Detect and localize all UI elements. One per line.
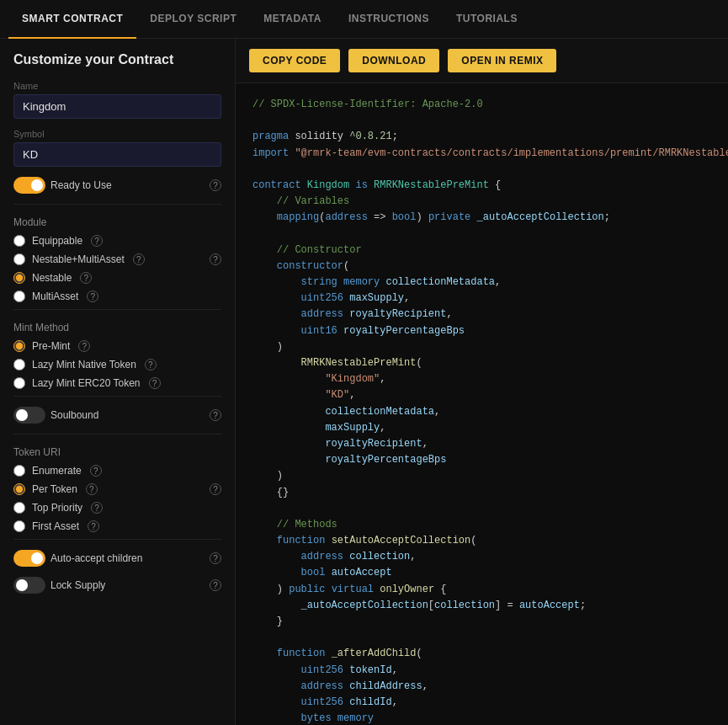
- token-uri-right-help[interactable]: ?: [210, 483, 221, 495]
- code-line: function _afterAddChild(: [252, 646, 711, 662]
- token-uri-top-priority-help[interactable]: ?: [91, 502, 103, 514]
- lock-supply-toggle[interactable]: [13, 577, 45, 594]
- code-line: {}: [252, 485, 711, 501]
- code-line: ): [252, 339, 711, 355]
- token-uri-per-token-radio[interactable]: [13, 483, 25, 495]
- name-input[interactable]: [13, 94, 221, 119]
- mint-pre-mint[interactable]: Pre-Mint ?: [13, 340, 221, 352]
- module-multiasset-radio[interactable]: [13, 291, 25, 302]
- soulbound-row: Soulbound ?: [13, 407, 221, 424]
- token-uri-enumerate[interactable]: Enumerate ?: [13, 465, 221, 477]
- code-line: bytes memory: [252, 711, 711, 725]
- mint-lazy-erc20-help[interactable]: ?: [149, 377, 161, 389]
- mint-premint-help[interactable]: ?: [78, 340, 90, 352]
- sidebar: Customize your Contract Name Symbol Read…: [0, 39, 236, 725]
- ready-to-use-toggle[interactable]: [13, 177, 45, 194]
- soulbound-help[interactable]: ?: [210, 409, 221, 421]
- soulbound-left: Soulbound: [13, 407, 98, 424]
- lock-supply-help[interactable]: ?: [210, 579, 221, 591]
- code-line: maxSupply,: [252, 420, 711, 436]
- soulbound-toggle[interactable]: [13, 407, 45, 424]
- code-editor[interactable]: // SPDX-License-Identifier: Apache-2.0 p…: [236, 83, 728, 725]
- code-line: contract Kingdom is RMRKNestablePreMint …: [252, 178, 711, 194]
- module-multiasset-help[interactable]: ?: [87, 291, 98, 302]
- open-in-remix-button[interactable]: OPEN IN REMIX: [448, 49, 556, 72]
- module-equippable[interactable]: Equippable ?: [13, 235, 221, 247]
- module-nestable-radio[interactable]: [13, 272, 25, 284]
- code-line: bool autoAccept: [252, 565, 711, 581]
- divider-4: [13, 434, 221, 434]
- symbol-input[interactable]: [13, 142, 221, 167]
- symbol-field-group: Symbol: [13, 129, 221, 167]
- token-uri-first-asset[interactable]: First Asset ?: [13, 520, 221, 532]
- nav-deploy-script[interactable]: DEPLOY SCRIPT: [136, 0, 250, 39]
- code-line: royaltyPercentageBps: [252, 452, 711, 468]
- module-nestable-multiasset[interactable]: Nestable+MultiAsset ?: [13, 253, 145, 265]
- token-uri-first-asset-radio[interactable]: [13, 520, 25, 532]
- auto-accept-toggle[interactable]: [13, 550, 45, 567]
- nav-tutorials[interactable]: TUTORIALS: [443, 0, 531, 39]
- ready-to-use-label: Ready to Use: [50, 179, 112, 191]
- name-field-group: Name: [13, 81, 221, 119]
- soulbound-label: Soulbound: [50, 409, 98, 421]
- module-nestable-multiasset-help[interactable]: ?: [133, 253, 145, 265]
- code-line: [252, 227, 711, 243]
- mint-lazy-native-radio[interactable]: [13, 359, 25, 370]
- mint-premint-radio[interactable]: [13, 340, 25, 352]
- lock-supply-label: Lock Supply: [50, 579, 105, 591]
- divider-3: [13, 396, 221, 397]
- module-nestable-multiasset-radio[interactable]: [13, 253, 25, 265]
- copy-code-button[interactable]: COPY CODE: [249, 49, 340, 72]
- token-uri-per-token-help[interactable]: ?: [86, 483, 98, 495]
- module-right-help[interactable]: ?: [210, 253, 221, 265]
- code-line: collectionMetadata,: [252, 404, 711, 420]
- lock-supply-row: Lock Supply ?: [13, 577, 221, 594]
- code-line: pragma solidity ^0.8.21;: [252, 129, 711, 145]
- code-panel: COPY CODE DOWNLOAD OPEN IN REMIX // SPDX…: [236, 39, 728, 725]
- token-uri-per-token[interactable]: Per Token ?: [13, 483, 98, 495]
- module-nestable[interactable]: Nestable ?: [13, 272, 221, 284]
- mint-lazy-native[interactable]: Lazy Mint Native Token ?: [13, 359, 157, 370]
- code-line: RMRKNestablePreMint(: [252, 355, 711, 371]
- mint-lazy-erc20-radio[interactable]: [13, 377, 25, 389]
- module-radio-group: Equippable ? Nestable+MultiAsset ? ? Nes…: [13, 235, 221, 302]
- module-nestable-help[interactable]: ?: [80, 272, 92, 284]
- code-line: address childAddress,: [252, 679, 711, 695]
- nav-smart-contract[interactable]: SMART CONTRACT: [8, 0, 136, 39]
- code-line: uint256 maxSupply,: [252, 291, 711, 307]
- divider-2: [13, 309, 221, 310]
- auto-accept-help[interactable]: ?: [210, 552, 221, 564]
- download-button[interactable]: DOWNLOAD: [348, 49, 439, 72]
- token-uri-first-asset-help[interactable]: ?: [88, 520, 99, 532]
- token-uri-radio-group: Enumerate ? Per Token ? ? Top Priority ?…: [13, 465, 221, 532]
- code-line: // SPDX-License-Identifier: Apache-2.0: [252, 97, 711, 113]
- token-uri-top-priority-radio[interactable]: [13, 502, 25, 514]
- code-line: function setAutoAcceptCollection(: [252, 533, 711, 549]
- code-line: ): [252, 468, 711, 484]
- token-uri-top-priority[interactable]: Top Priority ?: [13, 502, 221, 514]
- ready-to-use-help[interactable]: ?: [210, 179, 221, 191]
- code-line: }: [252, 614, 711, 630]
- code-line: string memory collectionMetadata,: [252, 275, 711, 291]
- nav-instructions[interactable]: INSTRUCTIONS: [335, 0, 443, 39]
- code-toolbar: COPY CODE DOWNLOAD OPEN IN REMIX: [236, 39, 728, 83]
- module-equippable-help[interactable]: ?: [91, 235, 103, 247]
- divider-1: [13, 204, 221, 205]
- code-line: _autoAcceptCollection[collection] = auto…: [252, 598, 711, 614]
- code-line: [252, 630, 711, 646]
- token-uri-enumerate-help[interactable]: ?: [90, 465, 102, 477]
- mint-lazy-native-help[interactable]: ?: [145, 359, 157, 370]
- code-line: ) public virtual onlyOwner {: [252, 582, 711, 598]
- module-multiasset[interactable]: MultiAsset ?: [13, 291, 221, 302]
- mint-method-radio-group: Pre-Mint ? Lazy Mint Native Token ? Lazy…: [13, 340, 221, 389]
- sidebar-title: Customize your Contract: [13, 52, 221, 67]
- ready-to-use-left: Ready to Use: [13, 177, 112, 194]
- code-line: mapping(address => bool) private _autoAc…: [252, 210, 711, 226]
- module-equippable-radio[interactable]: [13, 235, 25, 247]
- mint-lazy-erc20[interactable]: Lazy Mint ERC20 Token ?: [13, 377, 221, 389]
- nav-metadata[interactable]: METADATA: [250, 0, 335, 39]
- code-line: // Methods: [252, 517, 711, 533]
- code-line: constructor(: [252, 259, 711, 275]
- token-uri-enumerate-radio[interactable]: [13, 465, 25, 477]
- mint-method-label: Mint Method: [13, 322, 221, 333]
